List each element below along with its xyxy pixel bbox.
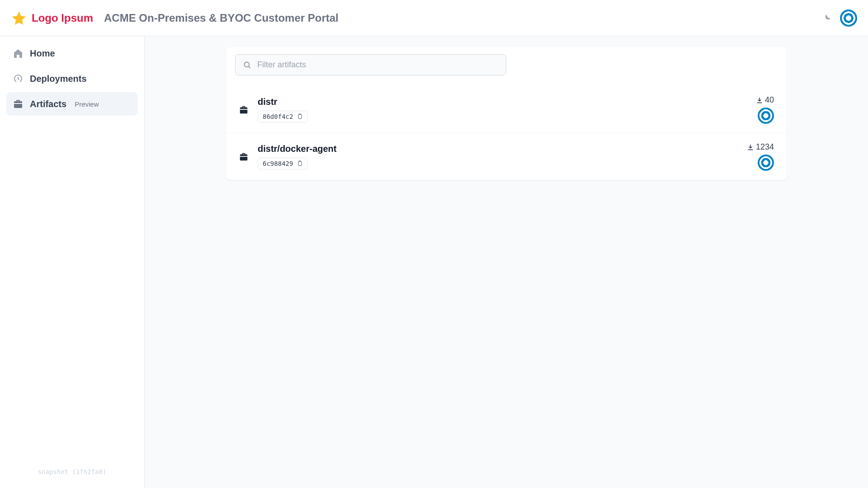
artifact-info: distr/docker-agent 6c988429 [258, 144, 747, 169]
download-count-value: 1234 [756, 142, 774, 152]
artifact-row[interactable]: distr 86d0f4c2 [226, 86, 787, 133]
sidebar-item-deployments[interactable]: Deployments [6, 67, 138, 90]
artifact-owner-avatar[interactable] [758, 155, 774, 171]
clipboard-icon[interactable] [297, 160, 303, 167]
briefcase-icon [13, 99, 24, 109]
svg-rect-3 [299, 161, 302, 165]
artifact-right: 40 [756, 95, 774, 124]
clipboard-icon[interactable] [297, 113, 303, 120]
star-icon [11, 10, 27, 26]
download-count: 1234 [747, 142, 774, 152]
artifact-info: distr 86d0f4c2 [258, 97, 756, 122]
logo-text: Logo Ipsum [32, 12, 93, 24]
sidebar: Home Deployments Artifacts Preview snaps… [0, 36, 145, 488]
sidebar-item-label: Deployments [30, 74, 87, 84]
search-input[interactable] [257, 60, 499, 70]
sidebar-items: Home Deployments Artifacts Preview [6, 42, 138, 468]
body: Home Deployments Artifacts Preview snaps… [0, 36, 868, 488]
download-icon [747, 144, 754, 151]
download-count-value: 40 [765, 95, 774, 105]
portal-title: ACME On-Premises & BYOC Customer Portal [104, 12, 339, 24]
search-wrap [226, 47, 787, 75]
artifact-row[interactable]: distr/docker-agent 6c988429 [226, 133, 787, 180]
sidebar-item-home[interactable]: Home [6, 42, 138, 65]
artifact-name: distr/docker-agent [258, 144, 747, 154]
package-icon [239, 152, 249, 162]
moon-icon[interactable] [822, 13, 832, 23]
header: Logo Ipsum ACME On-Premises & BYOC Custo… [0, 0, 868, 36]
svg-point-0 [244, 62, 249, 67]
hash-text: 6c988429 [263, 160, 293, 167]
preview-badge: Preview [75, 100, 99, 108]
search-box[interactable] [235, 54, 506, 75]
header-left: Logo Ipsum ACME On-Premises & BYOC Custo… [11, 10, 339, 26]
hash-pill[interactable]: 86d0f4c2 [258, 111, 308, 122]
sidebar-item-artifacts[interactable]: Artifacts Preview [6, 92, 138, 116]
svg-rect-2 [299, 114, 302, 118]
artifacts-card: distr 86d0f4c2 [226, 47, 787, 180]
main: distr 86d0f4c2 [145, 36, 868, 488]
hash-pill[interactable]: 6c988429 [258, 158, 308, 169]
svg-line-1 [249, 66, 250, 68]
header-right [822, 9, 857, 27]
hash-text: 86d0f4c2 [263, 113, 293, 120]
snapshot-version: snapshot (1f62fa8) [6, 468, 138, 483]
user-avatar[interactable] [840, 9, 857, 27]
artifact-right: 1234 [747, 142, 774, 171]
logo[interactable]: Logo Ipsum [11, 10, 93, 26]
sidebar-item-label: Home [30, 48, 55, 59]
download-icon [756, 97, 763, 104]
artifact-list: distr 86d0f4c2 [226, 75, 787, 180]
home-icon [13, 48, 24, 59]
package-icon [239, 105, 249, 115]
search-icon [243, 61, 252, 70]
artifact-name: distr [258, 97, 756, 107]
gauge-icon [13, 73, 24, 84]
artifact-owner-avatar[interactable] [758, 108, 774, 124]
sidebar-item-label: Artifacts [30, 99, 66, 109]
download-count: 40 [756, 95, 774, 105]
